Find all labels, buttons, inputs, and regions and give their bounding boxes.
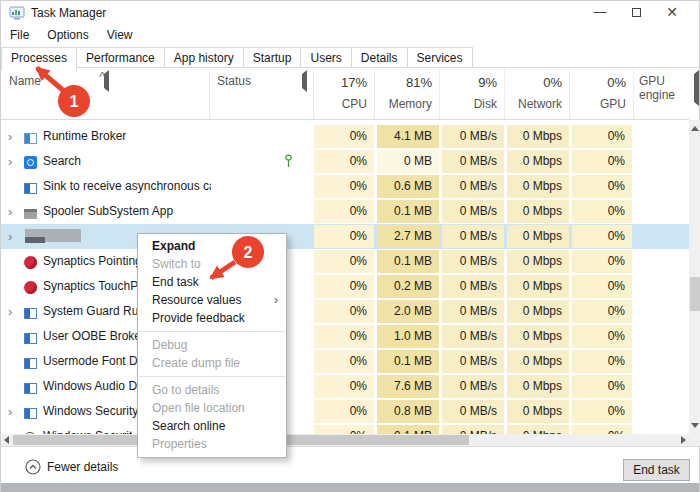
process-name: Windows Audio D <box>43 374 137 399</box>
scroll-down-icon[interactable] <box>691 423 699 428</box>
cpu-cell: 0% <box>314 375 374 398</box>
tab-users[interactable]: Users <box>301 47 351 68</box>
window-title: Task Manager <box>31 1 106 25</box>
context-menu-item-debug: Debug <box>138 336 286 354</box>
app-icon <box>24 405 37 423</box>
menu-view[interactable]: View <box>98 26 142 44</box>
gpu-cell: 0% <box>572 425 632 434</box>
table-row[interactable]: › Sink to receive asynchronous ca... 0% … <box>1 174 689 199</box>
table-row[interactable]: › Usermode Font D 0% 0.1 MB 0 MB/s 0 Mbp… <box>1 349 689 374</box>
process-name: Windows Security <box>43 399 138 424</box>
column-header-status[interactable]: Status <box>217 70 307 92</box>
table-row[interactable]: › Windows Audio D 0% 7.6 MB 0 MB/s 0 Mbp… <box>1 374 689 399</box>
gpu-engine-cell <box>635 150 689 173</box>
column-header-gpu-engine[interactable]: GPU engine <box>639 70 699 106</box>
table-row[interactable]: › Synaptics Pointing 0% 0.1 MB 0 MB/s 0 … <box>1 249 689 274</box>
network-cell: 0 Mbps <box>507 400 569 423</box>
vertical-scrollbar[interactable] <box>689 120 700 434</box>
memory-cell: 0.1 MB <box>377 250 439 273</box>
expand-chevron-icon[interactable]: › <box>8 199 20 224</box>
gpu-cell: 0% <box>572 150 632 173</box>
column-header-cpu[interactable]: CPU <box>313 97 374 111</box>
tab-app-history[interactable]: App history <box>165 47 244 68</box>
context-menu-item-provide-feedback[interactable]: Provide feedback <box>138 309 286 327</box>
fewer-details-label: Fewer details <box>47 460 118 474</box>
memory-cell: 0.2 MB <box>377 275 439 298</box>
scroll-left-icon[interactable] <box>4 436 9 444</box>
gpu-cell: 0% <box>572 125 632 148</box>
app-icon <box>24 380 37 398</box>
tab-bar: ProcessesPerformanceApp historyStartupUs… <box>1 45 699 68</box>
column-header-disk[interactable]: Disk <box>439 97 504 111</box>
context-menu: ExpandSwitch toEnd taskResource values›P… <box>137 233 287 458</box>
table-row[interactable]: › Synaptics TouchP 0% 0.2 MB 0 MB/s 0 Mb… <box>1 274 689 299</box>
scroll-right-icon[interactable] <box>681 436 686 444</box>
fewer-details-button[interactable]: Fewer details <box>25 459 118 477</box>
expand-chevron-icon[interactable]: › <box>8 124 20 149</box>
network-cell: 0 Mbps <box>507 200 569 223</box>
disk-cell: 0 MB/s <box>442 275 504 298</box>
end-task-button[interactable]: End task <box>623 459 690 481</box>
maximize-button[interactable] <box>620 1 652 25</box>
network-cell: 0 Mbps <box>507 250 569 273</box>
scroll-up-icon[interactable] <box>691 126 699 131</box>
table-row[interactable]: › Runtime Broker 0% 4.1 MB 0 MB/s 0 Mbps… <box>1 124 689 149</box>
menu-file[interactable]: File <box>1 26 38 44</box>
disk-cell: 0 MB/s <box>442 200 504 223</box>
table-row[interactable]: › System Guard Ru 0% 2.0 MB 0 MB/s 0 Mbp… <box>1 299 689 324</box>
title-bar: Task Manager — ✕ <box>1 1 699 25</box>
tab-processes[interactable]: Processes <box>1 47 77 71</box>
table-row[interactable]: › Spooler SubSystem App 0% 0.1 MB 0 MB/s… <box>1 199 689 224</box>
context-menu-item-end-task[interactable]: End task <box>138 273 286 291</box>
tab-performance[interactable]: Performance <box>77 47 165 68</box>
gpu-engine-cell <box>635 325 689 348</box>
gpu-engine-cell <box>635 200 689 223</box>
app-icon <box>24 155 37 173</box>
tab-details[interactable]: Details <box>352 47 408 68</box>
expand-chevron-icon[interactable]: › <box>8 299 20 324</box>
tab-services[interactable]: Services <box>408 47 473 68</box>
app-icon <box>24 305 37 323</box>
column-header-gpu[interactable]: GPU <box>569 97 633 111</box>
gpu-engine-cell <box>635 225 689 248</box>
minimize-button[interactable]: — <box>584 1 616 25</box>
table-row[interactable]: › User OOBE Broke 0% 1.0 MB 0 MB/s 0 Mbp… <box>1 324 689 349</box>
gpu-engine-cell <box>635 300 689 323</box>
app-icon <box>24 205 37 223</box>
table-row[interactable]: › Search 0% 0 MB 0 MB/s 0 Mbps 0% <box>1 149 689 174</box>
network-cell: 0 Mbps <box>507 275 569 298</box>
gpu-cell: 0% <box>572 250 632 273</box>
column-divider <box>633 68 634 120</box>
process-name: Spooler SubSystem App <box>43 199 173 224</box>
table-row[interactable]: › 0% 2.7 MB 0 MB/s 0 Mbps 0% <box>1 224 689 249</box>
disk-cell: 0 MB/s <box>442 350 504 373</box>
memory-cell: 0.8 MB <box>377 400 439 423</box>
table-row[interactable]: › Windows Security 0% 0.8 MB 0 MB/s 0 Mb… <box>1 399 689 424</box>
gpu-cell: 0% <box>572 300 632 323</box>
menu-options[interactable]: Options <box>38 26 97 44</box>
table-row[interactable]: › Windows Securit 0% 0.1 MB 0 MB/s 0 Mbp… <box>1 424 689 434</box>
context-menu-item-resource-values[interactable]: Resource values› <box>138 291 286 309</box>
cpu-total-percent: 17% <box>313 75 374 90</box>
context-menu-item-search-online[interactable]: Search online <box>138 417 286 435</box>
column-header-memory[interactable]: Memory <box>374 97 439 111</box>
gpu-engine-cell <box>635 275 689 298</box>
column-header-network[interactable]: Network <box>504 97 569 111</box>
process-name: Runtime Broker <box>43 124 126 149</box>
column-header-name[interactable]: Name <box>9 70 109 92</box>
tab-startup[interactable]: Startup <box>244 47 302 68</box>
gpu-cell: 0% <box>572 225 632 248</box>
vertical-scroll-thumb[interactable] <box>690 277 700 311</box>
context-menu-item-expand[interactable]: Expand <box>138 237 286 255</box>
horizontal-scrollbar[interactable] <box>1 434 689 446</box>
gpu-total-percent: 0% <box>569 75 633 90</box>
expand-chevron-icon[interactable]: › <box>8 149 20 174</box>
cpu-cell: 0% <box>314 125 374 148</box>
expand-chevron-icon[interactable]: › <box>8 399 20 424</box>
close-button[interactable]: ✕ <box>656 1 688 25</box>
memory-cell: 7.6 MB <box>377 375 439 398</box>
app-icon <box>24 255 37 273</box>
expand-chevron-icon[interactable]: › <box>8 224 20 249</box>
network-total-percent: 0% <box>504 75 569 90</box>
column-divider <box>209 68 210 120</box>
